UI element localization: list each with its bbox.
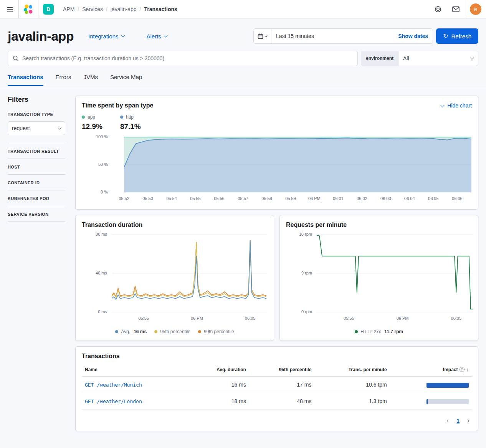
x-axis-tick-label: 06 PM <box>185 316 209 321</box>
tab-jvms[interactable]: JVMs <box>83 74 98 86</box>
next-page-button[interactable]: › <box>467 417 469 425</box>
service-header: javalin-app Integrations Alerts Last 15 … <box>0 18 486 44</box>
requests-per-minute-card: Requests per minute 18 rpm9 rpm0 rpm05:5… <box>279 215 478 341</box>
y-axis-tick-label: 100 % <box>82 134 108 139</box>
breadcrumb-services[interactable]: Services <box>82 6 103 12</box>
metric-value: 18 ms <box>189 393 249 410</box>
tab-transactions[interactable]: Transactions <box>8 74 43 86</box>
tab-errors[interactable]: Errors <box>56 74 71 86</box>
environment-select[interactable]: All <box>398 51 478 66</box>
metric-value: 1.3 tpm <box>314 393 390 410</box>
table-row: GET /weather/London18 ms48 ms1.3 tpm <box>82 393 472 410</box>
user-avatar[interactable]: e <box>470 3 481 15</box>
hide-chart-link[interactable]: Hide chart <box>441 102 472 109</box>
y-axis-tick-label: 0 rpm <box>286 309 312 314</box>
metric-value: 48 ms <box>249 393 314 410</box>
transaction-duration-chart: 80 ms40 ms0 ms05:5506 PM06:05 <box>82 234 267 323</box>
transactions-table-card: Transactions Name Avg. duration 95th per… <box>75 346 478 431</box>
alerts-menu[interactable]: Alerts <box>147 33 167 40</box>
legend-item-http-2xx: HTTP 2xx 11.7 rpm <box>355 329 403 334</box>
http-legend-dot <box>120 116 123 119</box>
x-axis-tick-label: 06:06 <box>445 196 469 201</box>
transaction-link[interactable]: GET /weather/London <box>85 398 142 404</box>
requests-per-minute-legend: HTTP 2xx 11.7 rpm <box>286 329 472 334</box>
page-number[interactable]: 1 <box>456 418 460 424</box>
http-2xx-legend-dot <box>355 330 358 333</box>
top-navigation-bar: D APM / Services / javalin-app / Transac… <box>0 0 486 18</box>
tab-bar: Transactions Errors JVMs Service Map <box>0 66 486 86</box>
refresh-button[interactable]: ↻ Refresh <box>436 28 478 44</box>
time-range-value[interactable]: Last 15 minutes <box>271 33 319 39</box>
column-header-95th-percentile[interactable]: 95th percentile <box>249 363 314 377</box>
breadcrumb-apm[interactable]: APM <box>63 6 74 12</box>
app-percentage: 12.9% <box>82 122 102 131</box>
impact-bar <box>426 399 469 404</box>
pagination: ‹ 1 › <box>82 417 472 425</box>
impact-bar <box>426 383 469 388</box>
metric-value: 16 ms <box>189 377 249 393</box>
refresh-icon: ↻ <box>443 33 448 39</box>
x-axis-tick-label: 05:58 <box>255 196 279 201</box>
search-row: environment All <box>0 44 486 66</box>
legend-item-avg: Avg. 16 ms <box>115 329 147 334</box>
calendar-dropdown-button[interactable] <box>254 29 271 43</box>
table-row: GET /weather/Munich16 ms17 ms10.6 tpm <box>82 377 472 393</box>
chevron-down-icon <box>470 56 474 60</box>
column-header-trans-per-minute[interactable]: Trans. per minute <box>314 363 390 377</box>
impact-help-icon[interactable]: ? <box>460 367 465 372</box>
filter-section-transaction-result[interactable]: TRANSACTION RESULT <box>8 143 65 159</box>
notifications-button[interactable] <box>447 0 465 18</box>
breadcrumb-service[interactable]: javalin-app <box>111 6 137 12</box>
x-axis-tick-label: 06:05 <box>444 316 468 321</box>
transaction-duration-card: Transaction duration 80 ms40 ms0 ms05:55… <box>75 215 274 341</box>
filter-sections: TRANSACTION RESULTHOSTCONTAINER IDKUBERN… <box>8 143 65 222</box>
envelope-icon <box>452 6 460 12</box>
x-axis-tick-label: 05:55 <box>337 316 361 321</box>
help-button[interactable] <box>429 0 447 18</box>
span-type-card: Time spent by span type Hide chart app 1… <box>75 96 478 210</box>
span-type-chart: 100 %50 %0 %05:5205:5305:5405:5505:5605:… <box>82 136 471 203</box>
x-axis-tick-label: 05:56 <box>207 196 231 201</box>
integrations-menu[interactable]: Integrations <box>88 33 124 40</box>
transaction-link[interactable]: GET /weather/Munich <box>85 382 142 388</box>
deployment-badge[interactable]: D <box>43 4 54 15</box>
show-dates-link[interactable]: Show dates <box>393 33 433 39</box>
span-type-legend: app 12.9% http 87.1% <box>82 114 472 131</box>
transaction-type-label: TRANSACTION TYPE <box>8 112 65 117</box>
previous-page-button[interactable]: ‹ <box>446 417 449 425</box>
requests-per-minute-title: Requests per minute <box>286 222 347 228</box>
transactions-table: Name Avg. duration 95th percentile Trans… <box>82 363 472 410</box>
chevron-down-icon <box>121 33 125 37</box>
breadcrumb-separator: / <box>140 6 141 12</box>
elastic-logo[interactable] <box>19 0 38 18</box>
filters-title: Filters <box>8 96 65 104</box>
filter-section-kubernetes-pod[interactable]: KUBERNETES POD <box>8 190 65 206</box>
calendar-icon <box>258 33 263 39</box>
transaction-type-select[interactable]: request <box>8 121 65 135</box>
y-axis-tick-label: 40 ms <box>82 271 107 275</box>
page-title: javalin-app <box>8 29 74 44</box>
x-axis-tick-label: 06:05 <box>421 196 446 201</box>
column-header-name[interactable]: Name <box>82 363 189 377</box>
legend-item-app: app <box>82 114 102 120</box>
sort-desc-icon: ↓ <box>466 367 469 372</box>
filter-section-service-version[interactable]: SERVICE VERSION <box>8 206 65 222</box>
menu-button[interactable] <box>2 0 18 18</box>
search-input[interactable] <box>22 55 353 61</box>
tab-service-map[interactable]: Service Map <box>110 74 142 86</box>
metric-value: 17 ms <box>249 377 314 393</box>
legend-item-http: http <box>120 114 141 120</box>
x-axis-tick-label: 06 PM <box>390 316 415 321</box>
filter-section-host[interactable]: HOST <box>8 159 65 175</box>
x-axis-tick-label: 06:04 <box>397 196 422 201</box>
breadcrumb-current: Transactions <box>144 6 177 12</box>
avg-legend-dot <box>115 330 118 333</box>
filter-section-container-id[interactable]: CONTAINER ID <box>8 175 65 190</box>
column-header-avg-duration[interactable]: Avg. duration <box>189 363 249 377</box>
main-content: Time spent by span type Hide chart app 1… <box>75 96 478 431</box>
legend-item-p95: 95th percentile <box>154 329 190 334</box>
transaction-duration-legend: Avg. 16 ms 95th percentile 99th percenti… <box>82 329 268 334</box>
y-axis-tick-label: 18 rpm <box>286 232 312 236</box>
column-header-impact[interactable]: Impact?↓ <box>390 363 472 377</box>
x-axis-tick-label: 06:05 <box>238 316 263 321</box>
